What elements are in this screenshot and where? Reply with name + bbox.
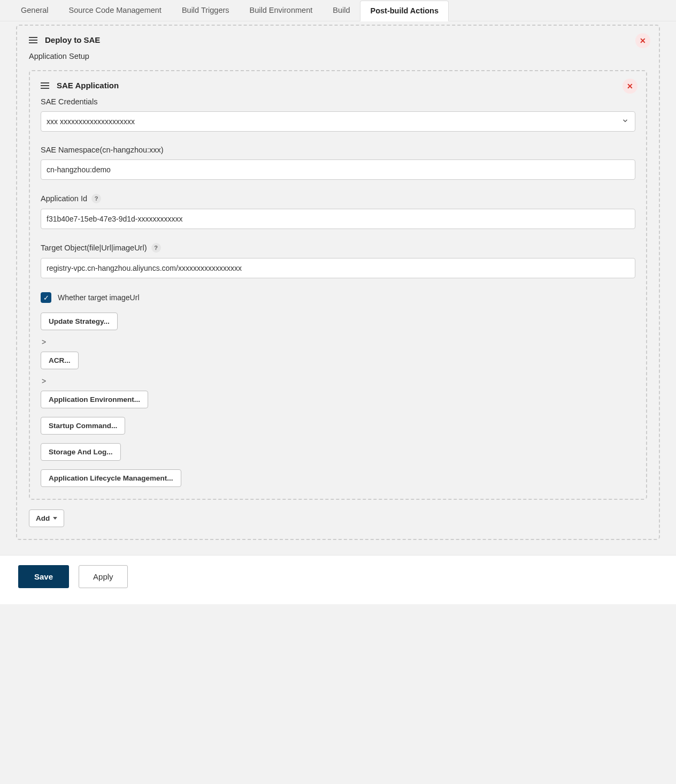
application-id-label: Application Id [41, 194, 87, 203]
add-button[interactable]: Add [29, 509, 64, 527]
target-imageurl-label: Whether target imageUrl [58, 293, 140, 302]
tab-post-build-actions[interactable]: Post-build Actions [360, 1, 449, 21]
sae-application-title: SAE Application [57, 81, 119, 90]
sae-credentials-select[interactable]: xxx xxxxxxxxxxxxxxxxxxxx [41, 111, 635, 132]
expand-marker: > [42, 338, 635, 346]
tab-build-env[interactable]: Build Environment [240, 0, 323, 21]
application-id-input[interactable] [41, 209, 635, 229]
close-icon[interactable]: ✕ [635, 33, 650, 48]
help-icon[interactable]: ? [91, 194, 101, 203]
expand-marker: > [42, 377, 635, 385]
application-setup-label: Application Setup [29, 52, 647, 60]
config-tabs: General Source Code Management Build Tri… [0, 0, 676, 21]
apply-button[interactable]: Apply [79, 565, 128, 588]
help-icon[interactable]: ? [151, 243, 161, 253]
tab-triggers[interactable]: Build Triggers [172, 0, 240, 21]
sae-credentials-label: SAE Credentials [41, 97, 635, 106]
close-icon[interactable]: ✕ [623, 79, 637, 94]
target-object-label: Target Object(file|Url|imageUrl) [41, 243, 147, 252]
sae-namespace-input[interactable] [41, 159, 635, 180]
save-button[interactable]: Save [18, 565, 69, 588]
target-object-input[interactable] [41, 258, 635, 278]
caret-down-icon [53, 517, 57, 520]
update-strategy-button[interactable]: Update Strategy... [41, 313, 118, 330]
tab-scm[interactable]: Source Code Management [59, 0, 172, 21]
acr-button[interactable]: ACR... [41, 352, 79, 369]
sae-namespace-label: SAE Namespace(cn-hangzhou:xxx) [41, 146, 635, 154]
target-imageurl-checkbox[interactable]: ✓ [41, 292, 51, 303]
sae-application-section: SAE Application ✕ SAE Credentials xxx xx… [29, 70, 647, 500]
drag-handle-icon[interactable] [29, 37, 37, 43]
deploy-sae-section: Deploy to SAE ✕ Application Setup SAE Ap… [16, 25, 660, 540]
application-lifecycle-button[interactable]: Application Lifecycle Management... [41, 469, 181, 487]
action-bar: Save Apply [0, 555, 676, 604]
tab-general[interactable]: General [11, 0, 59, 21]
tab-build[interactable]: Build [322, 0, 360, 21]
application-environment-button[interactable]: Application Environment... [41, 391, 148, 408]
storage-and-log-button[interactable]: Storage And Log... [41, 443, 121, 461]
section-title: Deploy to SAE [45, 35, 100, 44]
startup-command-button[interactable]: Startup Command... [41, 417, 125, 435]
add-button-label: Add [36, 514, 50, 522]
drag-handle-icon[interactable] [41, 82, 49, 89]
